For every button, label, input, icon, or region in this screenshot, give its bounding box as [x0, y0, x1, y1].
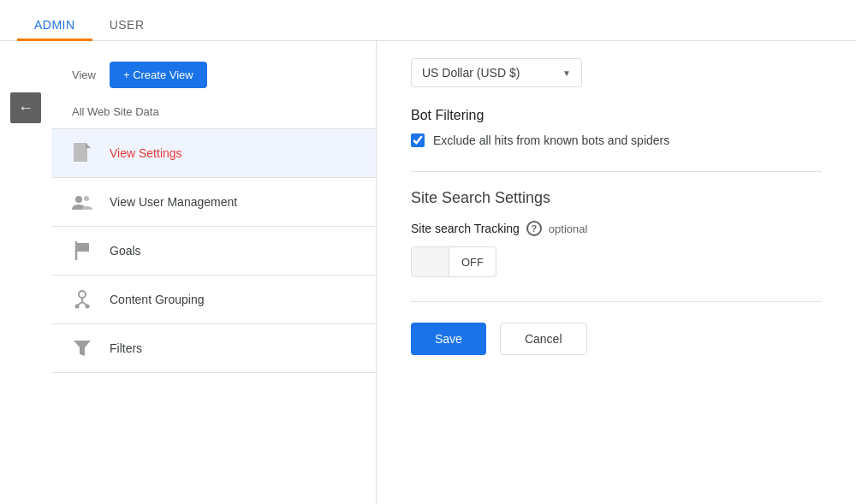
tracking-label-row: Site search Tracking ? optional	[411, 221, 822, 236]
toggle-off-label: OFF	[449, 256, 496, 269]
view-label: View	[72, 68, 96, 81]
tab-admin[interactable]: ADMIN	[17, 6, 92, 40]
site-search-toggle[interactable]: OFF	[411, 246, 496, 277]
tab-user[interactable]: USER	[92, 6, 162, 40]
document-icon	[72, 143, 92, 163]
site-search-section: Site Search Settings Site search Trackin…	[411, 171, 822, 277]
svg-point-7	[79, 291, 86, 298]
svg-point-3	[75, 196, 82, 203]
content-grouping-icon	[72, 289, 92, 310]
sidebar-item-view-settings[interactable]: View Settings	[51, 129, 376, 178]
svg-marker-6	[76, 243, 89, 252]
svg-rect-0	[74, 143, 87, 162]
sidebar-item-goals-label: Goals	[110, 244, 141, 258]
all-web-data-label: All Web Site Data	[51, 102, 376, 128]
bot-filtering-checkbox-label: Exclude all hits from known bots and spi…	[433, 133, 669, 147]
svg-marker-13	[74, 341, 91, 356]
flag-icon	[72, 240, 92, 261]
sidebar-item-content-grouping-label: Content Grouping	[110, 293, 205, 306]
tracking-label: Site search Tracking	[411, 222, 520, 235]
sidebar-item-content-grouping[interactable]: Content Grouping	[51, 276, 376, 324]
sidebar-item-filters-label: Filters	[110, 341, 142, 355]
sidebar-item-user-management-label: View User Management	[110, 195, 237, 209]
back-button-area: ←	[0, 41, 51, 504]
back-button[interactable]: ←	[10, 92, 41, 123]
sidebar-item-goals[interactable]: Goals	[51, 227, 376, 276]
bot-filtering-section: Bot Filtering Exclude all hits from know…	[411, 108, 822, 147]
create-view-button[interactable]: + Create View	[110, 62, 207, 88]
sidebar-item-view-settings-label: View Settings	[110, 146, 182, 160]
bottom-actions: Save Cancel	[411, 301, 822, 355]
sidebar-item-filters[interactable]: Filters	[51, 324, 376, 373]
users-icon	[72, 192, 92, 212]
dropdown-arrow-icon: ▼	[562, 68, 571, 78]
top-tab-bar: ADMIN USER	[0, 0, 856, 41]
svg-point-12	[86, 305, 90, 309]
bot-filtering-checkbox[interactable]	[411, 133, 425, 147]
site-search-title: Site Search Settings	[411, 189, 822, 207]
sidebar: View + Create View All Web Site Data Vie…	[51, 41, 377, 504]
toggle-slider	[412, 247, 449, 276]
filter-icon	[72, 338, 92, 359]
svg-point-4	[84, 196, 89, 201]
bot-filtering-checkbox-row: Exclude all hits from known bots and spi…	[411, 133, 822, 147]
content-area: US Dollar (USD $) ▼ Bot Filtering Exclud…	[377, 41, 856, 504]
sidebar-header: View + Create View	[51, 55, 376, 102]
help-icon[interactable]: ?	[526, 221, 542, 236]
main-layout: ← View + Create View All Web Site Data V…	[0, 41, 856, 504]
cancel-button[interactable]: Cancel	[500, 323, 587, 355]
currency-label: US Dollar (USD $)	[422, 66, 556, 80]
optional-label: optional	[549, 222, 588, 235]
currency-dropdown[interactable]: US Dollar (USD $) ▼	[411, 58, 582, 87]
svg-point-11	[75, 305, 80, 309]
sidebar-item-view-user-management[interactable]: View User Management	[51, 178, 376, 227]
bot-filtering-title: Bot Filtering	[411, 108, 822, 123]
save-button[interactable]: Save	[411, 323, 486, 355]
